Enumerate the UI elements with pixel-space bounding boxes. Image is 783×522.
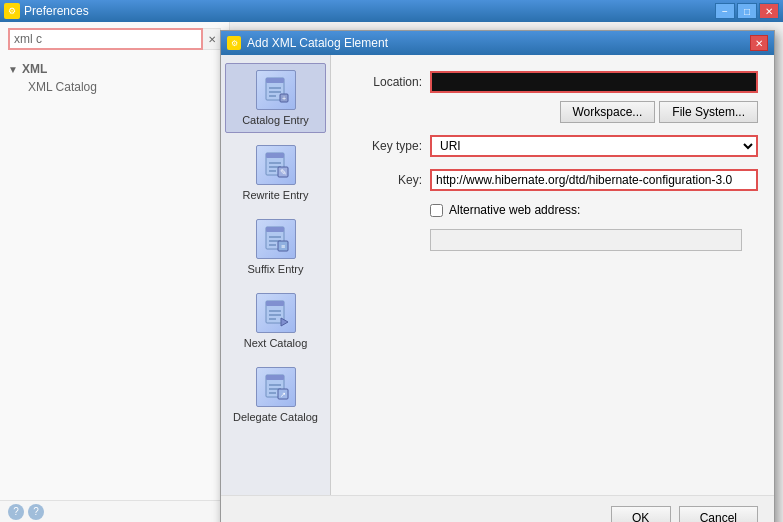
- svg-rect-28: [266, 375, 284, 380]
- key-input[interactable]: [430, 169, 758, 191]
- key-type-label: Key type:: [347, 139, 422, 153]
- location-field: [430, 71, 758, 93]
- svg-text:✎: ✎: [279, 168, 286, 177]
- workspace-button[interactable]: Workspace...: [560, 101, 656, 123]
- suffix-entry-icon: ≡: [256, 219, 296, 259]
- delegate-catalog-icon: ↗: [256, 367, 296, 407]
- minimize-button[interactable]: −: [715, 3, 735, 19]
- location-buttons-row: Workspace... File System...: [347, 101, 758, 123]
- location-input[interactable]: [430, 71, 758, 93]
- svg-rect-22: [266, 301, 284, 306]
- alt-address-checkbox[interactable]: [430, 204, 443, 217]
- dialog-title-bar: ⚙ Add XML Catalog Element ✕: [221, 31, 774, 55]
- title-bar-left: ⚙ Preferences: [4, 3, 89, 19]
- svg-text:↗: ↗: [280, 391, 286, 398]
- rewrite-entry-label: Rewrite Entry: [242, 189, 308, 201]
- entry-type-delegate-catalog[interactable]: ↗ Delegate Catalog: [225, 361, 326, 429]
- filesystem-button[interactable]: File System...: [659, 101, 758, 123]
- rewrite-entry-icon: ✎: [256, 145, 296, 185]
- location-label: Location:: [347, 75, 422, 89]
- add-xml-catalog-dialog: ⚙ Add XML Catalog Element ✕: [220, 30, 775, 522]
- key-type-select[interactable]: URI Public ID System ID: [430, 135, 758, 157]
- dialog-close-button[interactable]: ✕: [750, 35, 768, 51]
- dialog-overlay: [0, 22, 230, 522]
- eclipse-window: ⚙ Preferences − □ ✕ ✕ ▼ XML XML Catalog …: [0, 0, 783, 522]
- entry-type-suffix[interactable]: ≡ Suffix Entry: [225, 213, 326, 281]
- dialog-icon: ⚙: [227, 36, 241, 50]
- entry-type-catalog[interactable]: + Catalog Entry: [225, 63, 326, 133]
- key-label: Key:: [347, 173, 422, 187]
- cancel-button[interactable]: Cancel: [679, 506, 758, 522]
- key-field: [430, 169, 758, 191]
- dialog-title: Add XML Catalog Element: [247, 36, 388, 50]
- dialog-body: + Catalog Entry ✎: [221, 55, 774, 495]
- next-catalog-label: Next Catalog: [244, 337, 308, 349]
- catalog-entry-icon: +: [256, 70, 296, 110]
- svg-rect-1: [266, 78, 284, 83]
- dialog-title-left: ⚙ Add XML Catalog Element: [227, 36, 388, 50]
- alt-address-input-row: [347, 229, 758, 251]
- alt-address-label: Alternative web address:: [449, 203, 580, 217]
- ok-button[interactable]: OK: [611, 506, 671, 522]
- title-bar-controls: − □ ✕: [715, 3, 779, 19]
- dialog-form: Location: Workspace... File System... Ke…: [331, 55, 774, 495]
- svg-rect-15: [266, 227, 284, 232]
- window-close-button[interactable]: ✕: [759, 3, 779, 19]
- svg-rect-8: [266, 153, 284, 158]
- svg-text:+: +: [281, 95, 285, 102]
- delegate-catalog-label: Delegate Catalog: [233, 411, 318, 423]
- suffix-entry-label: Suffix Entry: [247, 263, 303, 275]
- location-row: Location:: [347, 71, 758, 93]
- entry-type-rewrite[interactable]: ✎ Rewrite Entry: [225, 139, 326, 207]
- entry-type-sidebar: + Catalog Entry ✎: [221, 55, 331, 495]
- alt-address-row: Alternative web address:: [347, 203, 758, 217]
- key-row: Key:: [347, 169, 758, 191]
- next-catalog-icon: [256, 293, 296, 333]
- key-type-row: Key type: URI Public ID System ID: [347, 135, 758, 157]
- maximize-button[interactable]: □: [737, 3, 757, 19]
- catalog-entry-label: Catalog Entry: [242, 114, 309, 126]
- title-bar: ⚙ Preferences − □ ✕: [0, 0, 783, 22]
- entry-type-next-catalog[interactable]: Next Catalog: [225, 287, 326, 355]
- eclipse-icon: ⚙: [4, 3, 20, 19]
- window-title: Preferences: [24, 4, 89, 18]
- alt-address-input[interactable]: [430, 229, 742, 251]
- dialog-footer: OK Cancel: [221, 495, 774, 522]
- key-type-field: URI Public ID System ID: [430, 135, 758, 157]
- svg-text:≡: ≡: [280, 243, 284, 250]
